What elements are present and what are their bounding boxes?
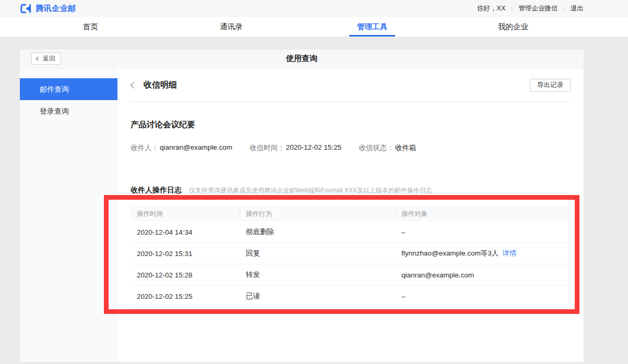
meta-label: 收信状态：: [359, 143, 394, 153]
exmail-logo[interactable]: 腾讯企业邮: [20, 4, 76, 14]
exmail-logo-icon: [20, 4, 32, 14]
cell-action: 已读: [240, 292, 395, 301]
mail-meta-row: 收件人： qianran@example.com 收信时间： 2020-12-0…: [131, 143, 571, 153]
chevron-left-icon: [36, 56, 40, 60]
manage-wecom-link[interactable]: 管理企业微信: [518, 4, 558, 13]
meta-label: 收信时间：: [250, 143, 285, 153]
target-text: –: [401, 293, 406, 300]
table-row: 2020-12-02 15:28 转发 qianran@example.com: [131, 264, 571, 286]
sidebar: 邮件查询 登录查询: [20, 68, 117, 362]
main-nav-tabs: 首页 通讯录 管理工具 我的企业: [20, 17, 584, 37]
table-header-row: 操作时间 操作行为 操作对象: [131, 206, 571, 222]
cell-action: 彻底删除: [240, 227, 395, 237]
meta-receive-time: 收信时间： 2020-12-02 15:25: [250, 143, 341, 153]
target-text: flynnzhao@example.com等3人: [401, 249, 499, 257]
export-records-button[interactable]: 导出记录: [530, 79, 571, 92]
nav-tab-home[interactable]: 首页: [20, 17, 161, 37]
sidebar-item-mail-query[interactable]: 邮件查询: [20, 78, 117, 100]
operation-log-note: 仅支持查询通讯录成员使用腾讯企业邮Web端和Foxmail XXX及以上版本的邮…: [189, 186, 432, 195]
cell-time: 2020-12-02 15:28: [131, 271, 240, 279]
operation-log-title: 收件人操作日志: [131, 186, 182, 195]
table-row: 2020-12-04 14:34 彻底删除 –: [131, 222, 571, 243]
target-text: –: [401, 228, 406, 236]
return-button[interactable]: 返回: [31, 53, 61, 65]
operation-log-table: 操作时间 操作行为 操作对象 2020-12-04 14:34 彻底删除 – 2…: [131, 206, 571, 307]
meta-value: 收件箱: [395, 143, 417, 153]
top-bar: 腾讯企业邮 你好，XX | 管理企业微信 | 退出: [0, 0, 628, 17]
meta-value: 2020-12-02 15:25: [286, 143, 342, 153]
detail-link[interactable]: 详情: [502, 249, 516, 257]
detail-header-left: 收信明细: [131, 80, 177, 91]
meta-label: 收件人：: [131, 143, 159, 153]
exmail-logo-text: 腾讯企业邮: [35, 4, 76, 14]
cell-target: –: [395, 293, 571, 300]
topbar-divider: |: [563, 6, 565, 12]
panel-header: 返回 使用查询: [20, 50, 584, 68]
cell-target: flynnzhao@example.com等3人详情: [395, 249, 571, 258]
topbar-user-area: 你好，XX | 管理企业微信 | 退出: [477, 4, 584, 13]
cell-action: 回复: [240, 249, 395, 258]
column-header-target: 操作对象: [395, 210, 571, 219]
target-text: qianran@example.com: [401, 271, 474, 279]
meta-recipient: 收件人： qianran@example.com: [131, 143, 232, 153]
sidebar-item-login-query[interactable]: 登录查询: [20, 100, 117, 122]
table-row: 2020-12-02 15:25 已读 –: [131, 286, 571, 307]
content-area: 收信明细 导出记录 产品讨论会议纪要 收件人： qianran@example.…: [117, 68, 584, 362]
mail-subject: 产品讨论会议纪要: [131, 119, 571, 130]
nav-tab-admin-tools[interactable]: 管理工具: [302, 17, 443, 37]
cell-action: 转发: [240, 270, 395, 280]
detail-title: 收信明细: [144, 80, 177, 91]
logout-link[interactable]: 退出: [571, 4, 584, 13]
cell-target: qianran@example.com: [395, 271, 571, 279]
column-header-time: 操作时间: [131, 210, 240, 219]
main-nav: 首页 通讯录 管理工具 我的企业: [0, 17, 628, 37]
nav-tab-my-company[interactable]: 我的企业: [443, 17, 584, 37]
cell-time: 2020-12-02 15:31: [131, 250, 240, 258]
usage-query-panel: 返回 使用查询 邮件查询 登录查询 收信明细 导出记录 产品讨论会议纪要 收件人…: [20, 50, 584, 362]
meta-value: qianran@example.com: [160, 143, 232, 153]
cell-time: 2020-12-04 14:34: [131, 228, 240, 236]
detail-header: 收信明细 导出记录: [131, 68, 571, 102]
operation-log-header: 收件人操作日志 仅支持查询通讯录成员使用腾讯企业邮Web端和Foxmail XX…: [131, 186, 571, 195]
cell-time: 2020-12-02 15:25: [131, 293, 240, 300]
return-button-label: 返回: [43, 54, 55, 63]
user-greeting: 你好，XX: [477, 4, 505, 13]
topbar-divider: |: [511, 6, 513, 12]
page-title: 使用查询: [286, 54, 317, 64]
nav-tab-contacts[interactable]: 通讯录: [161, 17, 302, 37]
back-chevron-icon[interactable]: [131, 82, 137, 89]
panel-body: 邮件查询 登录查询 收信明细 导出记录 产品讨论会议纪要 收件人： qianra…: [20, 68, 584, 362]
meta-receive-status: 收信状态： 收件箱: [359, 143, 416, 153]
column-header-action: 操作行为: [240, 210, 395, 219]
table-row: 2020-12-02 15:31 回复 flynnzhao@example.co…: [131, 243, 571, 264]
cell-target: –: [395, 228, 571, 236]
